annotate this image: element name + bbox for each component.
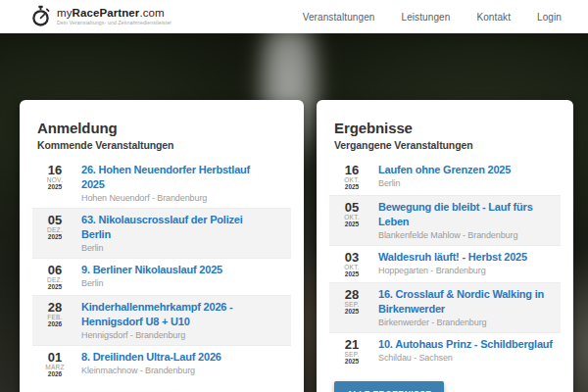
event-row: 28 FEB. 2026 Kinderhallenmehrkampf 2026 …	[32, 295, 291, 345]
results-card: Ergebnisse Vergangene Veranstaltungen 16…	[317, 100, 573, 392]
logo-name: myRacePartner.com	[57, 8, 172, 20]
event-link[interactable]: Waldesruh läuft! - Herbst 2025	[378, 250, 527, 265]
event-day: 28	[334, 288, 369, 301]
event-month: DEZ.	[37, 276, 73, 283]
event-year: 2026	[37, 320, 73, 328]
top-header: myRacePartner.com Dein Veranstaltungs- u…	[0, 0, 588, 33]
event-year: 2025	[334, 358, 369, 366]
event-location: Berlin	[378, 178, 511, 189]
event-info: 8. Dreilinden Ultra-Lauf 2026 Kleinmachn…	[81, 350, 221, 376]
event-date-badge: 16 OKT. 2025	[334, 163, 369, 191]
event-date-badge: 21 SEP. 2025	[334, 337, 369, 366]
nav-item-leistungen[interactable]: Leistungen	[401, 12, 450, 23]
nav-item-login[interactable]: Login	[537, 12, 562, 23]
event-link[interactable]: 8. Dreilinden Ultra-Lauf 2026	[81, 350, 221, 365]
page: myRacePartner.com Dein Veranstaltungs- u…	[0, 0, 588, 392]
event-info: 26. Hohen Neuendorfer Herbstlauf 2025 Ho…	[81, 163, 267, 204]
event-link[interactable]: 10. Autohaus Prinz - Schildberglauf	[378, 337, 553, 352]
event-row: 16 NOV. 2025 26. Hohen Neuendorfer Herbs…	[32, 159, 291, 208]
event-location: Hohen Neuendorf - Brandenburg	[81, 193, 267, 204]
event-year: 2025	[37, 283, 73, 291]
event-year: 2025	[37, 233, 73, 241]
event-info: Kinderhallenmehrkampf 2026 - Hennigsdorf…	[81, 300, 267, 341]
registration-card: Anmeldung Kommende Veranstaltungen 16 NO…	[20, 100, 304, 392]
event-month: MÄRZ	[37, 364, 73, 370]
event-year: 2025	[334, 308, 369, 316]
event-day: 05	[37, 214, 73, 226]
event-location: Schildau - Sachsen	[378, 353, 553, 364]
event-link[interactable]: Bewegung die bleibt - Lauf fürs Leben	[378, 200, 556, 229]
event-day: 21	[334, 338, 369, 351]
event-info: Laufen ohne Grenzen 2025 Berlin	[378, 163, 511, 189]
event-day: 03	[334, 251, 369, 264]
event-row: 05 DEZ. 2025 63. Nikolauscrosslauf der P…	[32, 208, 291, 258]
event-info: 9. Berliner Nikolauslauf 2025 Berlin	[81, 263, 222, 289]
all-results-button[interactable]: ALLE ERGEBNISSE	[334, 381, 444, 392]
event-date-badge: 28 FEB. 2026	[37, 300, 73, 328]
event-row: 06 DEZ. 2025 9. Berliner Nikolauslauf 20…	[32, 258, 291, 295]
event-month: FEB.	[37, 314, 73, 320]
event-link[interactable]: 9. Berliner Nikolauslauf 2025	[81, 263, 222, 277]
event-day: 16	[334, 164, 369, 176]
nav-item-veranstaltungen[interactable]: Veranstaltungen	[303, 12, 375, 23]
registration-card-subtitle: Kommende Veranstaltungen	[37, 139, 286, 151]
event-link[interactable]: 63. Nikolauscrosslauf der Polizei Berlin	[81, 213, 267, 242]
event-month: OKT.	[334, 214, 369, 220]
event-month: SEP.	[334, 351, 369, 358]
event-info: Waldesruh läuft! - Herbst 2025 Hoppegart…	[378, 250, 527, 276]
event-day: 06	[37, 264, 73, 276]
event-month: SEP.	[334, 301, 369, 308]
event-year: 2025	[334, 220, 369, 228]
event-month: NOV.	[37, 176, 73, 183]
event-info: Bewegung die bleibt - Lauf fürs Leben Bl…	[378, 200, 556, 241]
event-location: Kleinmachnow - Brandenburg	[81, 366, 221, 376]
event-day: 16	[37, 164, 73, 176]
event-location: Blankenfelde Mahlow - Brandenburg	[378, 230, 556, 241]
results-card-title: Ergebnisse	[334, 120, 556, 136]
event-row: 28 SEP. 2025 16. Crosslauf & Nordic Walk…	[329, 282, 561, 332]
event-row: 16 OKT. 2025 Laufen ohne Grenzen 2025 Be…	[329, 159, 561, 195]
event-date-badge: 05 OKT. 2025	[334, 200, 369, 228]
results-card-subtitle: Vergangene Veranstaltungen	[334, 139, 556, 151]
event-date-badge: 05 DEZ. 2025	[37, 213, 73, 241]
event-location: Hennigsdorf - Brandenburg	[81, 330, 267, 341]
event-month: DEZ.	[37, 226, 73, 233]
upcoming-events-list: 16 NOV. 2025 26. Hohen Neuendorfer Herbs…	[32, 159, 291, 382]
event-day: 28	[37, 301, 73, 314]
event-date-badge: 03 OKT. 2025	[334, 250, 369, 278]
event-location: Birkenwerder - Brandenburg	[378, 318, 556, 328]
logo[interactable]: myRacePartner.com Dein Veranstaltungs- u…	[29, 7, 172, 27]
registration-card-title: Anmeldung	[37, 120, 286, 136]
nav-item-kontakt[interactable]: Kontakt	[476, 12, 511, 23]
event-month: OKT.	[334, 176, 369, 183]
event-link[interactable]: 16. Crosslauf & Nordic Walking in Birken…	[378, 287, 556, 317]
event-day: 01	[37, 351, 73, 364]
logo-tagline: Dein Veranstaltungs- und Zeitnahmedienst…	[57, 21, 172, 25]
event-info: 10. Autohaus Prinz - Schildberglauf Schi…	[378, 337, 553, 364]
event-location: Hoppegarten - Brandenburg	[378, 266, 527, 276]
event-info: 16. Crosslauf & Nordic Walking in Birken…	[378, 287, 556, 328]
event-row: 03 OKT. 2025 Waldesruh läuft! - Herbst 2…	[329, 245, 561, 282]
event-location: Berlin	[81, 243, 267, 254]
event-info: 63. Nikolauscrosslauf der Polizei Berlin…	[81, 213, 267, 254]
event-link[interactable]: Kinderhallenmehrkampf 2026 - Hennigsdorf…	[81, 300, 267, 329]
main-nav: Veranstaltungen Leistungen Kontakt Login	[303, 12, 562, 23]
past-events-list: 16 OKT. 2025 Laufen ohne Grenzen 2025 Be…	[329, 159, 561, 369]
event-year: 2026	[37, 370, 73, 378]
event-location: Berlin	[81, 278, 222, 289]
event-link[interactable]: Laufen ohne Grenzen 2025	[378, 163, 511, 177]
event-link[interactable]: 26. Hohen Neuendorfer Herbstlauf 2025	[81, 163, 267, 192]
event-year: 2025	[334, 183, 369, 191]
event-year: 2025	[37, 183, 73, 191]
event-date-badge: 01 MÄRZ 2026	[37, 350, 73, 378]
event-row: 05 OKT. 2025 Bewegung die bleibt - Lauf …	[329, 195, 561, 245]
event-date-badge: 06 DEZ. 2025	[37, 263, 73, 291]
event-date-badge: 28 SEP. 2025	[334, 287, 369, 316]
stopwatch-icon	[29, 5, 52, 27]
event-month: OKT.	[334, 264, 369, 270]
event-day: 05	[334, 201, 369, 214]
event-date-badge: 16 NOV. 2025	[37, 163, 73, 191]
logo-text: myRacePartner.com Dein Veranstaltungs- u…	[57, 8, 172, 26]
event-year: 2025	[334, 270, 369, 278]
event-row: 01 MÄRZ 2026 8. Dreilinden Ultra-Lauf 20…	[32, 345, 291, 382]
